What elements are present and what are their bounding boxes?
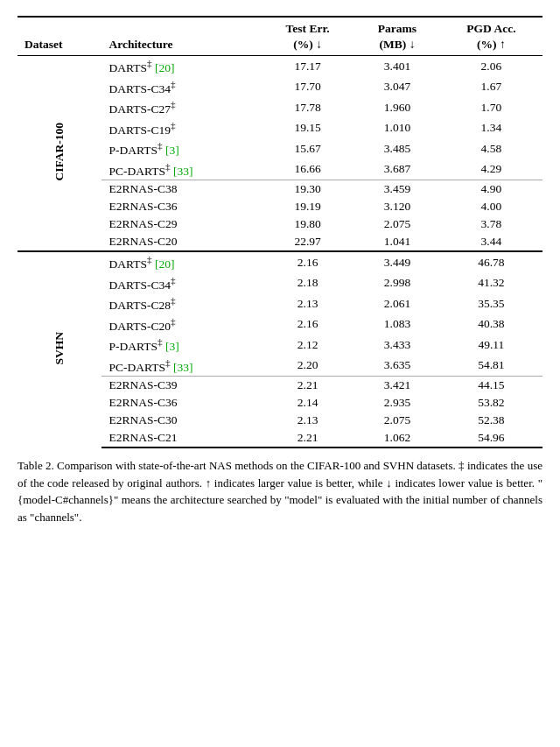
params-cell: 2.061 [354,293,440,314]
params-cell: 2.075 [354,412,440,429]
params-cell: 1.041 [354,233,440,251]
arch-cell: P-DARTS‡ [3] [102,335,261,356]
pgd-cell: 46.78 [440,251,542,273]
arch-cell: E2RNAS-C20 [102,233,261,251]
test_err-cell: 17.17 [261,56,354,77]
arch-cell: DARTS-C34‡ [102,273,261,294]
pgd-cell: 54.81 [440,356,542,377]
params-cell: 1.010 [354,118,440,139]
arch-cell: E2RNAS-C38 [102,180,261,199]
params-cell: 3.401 [354,56,440,77]
pgd-cell: 4.00 [440,198,542,215]
pgd-acc-header: PGD Acc.(%) ↑ [440,17,542,56]
arch-cell: DARTS‡ [20] [102,56,261,77]
params-cell: 2.998 [354,273,440,294]
params-cell: 3.449 [354,251,440,273]
pgd-cell: 4.29 [440,159,542,180]
arch-cell: E2RNAS-C30 [102,412,261,429]
test_err-cell: 2.20 [261,356,354,377]
params-header: Params(MB) ↓ [354,17,440,56]
test_err-cell: 2.13 [261,412,354,429]
test_err-cell: 2.16 [261,251,354,273]
params-cell: 3.459 [354,180,440,199]
table-row: CIFAR-100DARTS‡ [20]17.173.4012.06 [18,56,542,77]
test-err-header: Test Err.(%) ↓ [261,17,354,56]
params-cell: 3.485 [354,138,440,159]
pgd-cell: 1.70 [440,97,542,118]
pgd-cell: 53.82 [440,394,542,412]
params-cell: 2.075 [354,215,440,233]
pgd-cell: 1.67 [440,77,542,98]
test_err-cell: 19.30 [261,180,354,199]
params-cell: 3.120 [354,198,440,215]
test_err-cell: 2.21 [261,377,354,395]
pgd-cell: 54.96 [440,429,542,447]
arch-cell: DARTS-C28‡ [102,293,261,314]
test_err-cell: 19.19 [261,198,354,215]
pgd-cell: 4.90 [440,180,542,199]
test_err-cell: 2.21 [261,429,354,447]
test_err-cell: 2.18 [261,273,354,294]
params-cell: 2.935 [354,394,440,412]
test_err-cell: 2.14 [261,394,354,412]
header-row: Dataset Architecture Test Err.(%) ↓ Para… [18,17,542,56]
dataset-header: Dataset [18,17,102,56]
arch-cell: DARTS‡ [20] [102,251,261,273]
arch-cell: PC-DARTS‡ [33] [102,356,261,377]
test_err-cell: 15.67 [261,138,354,159]
params-cell: 3.421 [354,377,440,395]
params-cell: 1.062 [354,429,440,447]
params-cell: 3.687 [354,159,440,180]
params-cell: 3.635 [354,356,440,377]
pgd-cell: 35.35 [440,293,542,314]
arch-cell: DARTS-C34‡ [102,77,261,98]
arch-cell: DARTS-C20‡ [102,314,261,335]
pgd-cell: 40.38 [440,314,542,335]
table-row: SVHNDARTS‡ [20]2.163.44946.78 [18,251,542,273]
params-cell: 3.047 [354,77,440,98]
arch-cell: E2RNAS-C36 [102,394,261,412]
pgd-cell: 49.11 [440,335,542,356]
test_err-cell: 16.66 [261,159,354,180]
params-cell: 1.960 [354,97,440,118]
table-caption: Table 2. Comparison with state-of-the-ar… [18,457,542,525]
arch-cell: E2RNAS-C39 [102,377,261,395]
test_err-cell: 17.70 [261,77,354,98]
test_err-cell: 2.12 [261,335,354,356]
pgd-cell: 4.58 [440,138,542,159]
test_err-cell: 2.16 [261,314,354,335]
arch-cell: PC-DARTS‡ [33] [102,159,261,180]
main-container: Dataset Architecture Test Err.(%) ↓ Para… [18,16,542,525]
results-table: Dataset Architecture Test Err.(%) ↓ Para… [18,16,542,448]
test_err-cell: 2.13 [261,293,354,314]
pgd-cell: 52.38 [440,412,542,429]
params-cell: 1.083 [354,314,440,335]
test_err-cell: 19.80 [261,215,354,233]
arch-cell: DARTS-C27‡ [102,97,261,118]
arch-cell: E2RNAS-C36 [102,198,261,215]
arch-cell: DARTS-C19‡ [102,118,261,139]
test_err-cell: 19.15 [261,118,354,139]
test_err-cell: 17.78 [261,97,354,118]
pgd-cell: 2.06 [440,56,542,77]
pgd-cell: 3.44 [440,233,542,251]
architecture-header: Architecture [102,17,261,56]
pgd-cell: 44.15 [440,377,542,395]
params-cell: 3.433 [354,335,440,356]
test_err-cell: 22.97 [261,233,354,251]
arch-cell: P-DARTS‡ [3] [102,138,261,159]
arch-cell: E2RNAS-C21 [102,429,261,447]
dataset-cell: CIFAR-100 [18,56,102,252]
pgd-cell: 1.34 [440,118,542,139]
pgd-cell: 3.78 [440,215,542,233]
pgd-cell: 41.32 [440,273,542,294]
dataset-cell: SVHN [18,251,102,447]
arch-cell: E2RNAS-C29 [102,215,261,233]
